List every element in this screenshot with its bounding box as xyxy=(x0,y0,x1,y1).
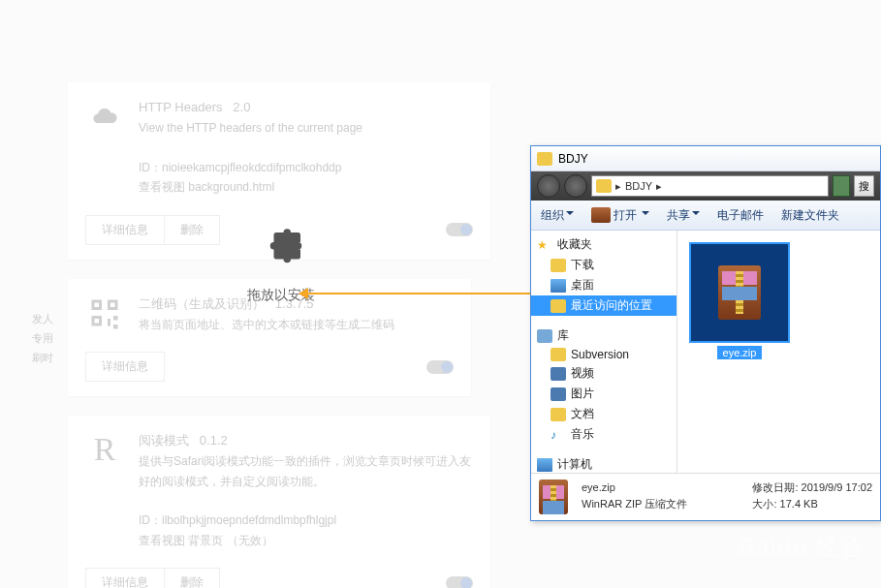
detail-button[interactable]: 详细信息 xyxy=(85,352,165,382)
tree-subversion[interactable]: Subversion xyxy=(531,346,676,363)
tree-pictures[interactable]: 图片 xyxy=(531,384,676,404)
monitor-icon xyxy=(551,279,566,293)
tree-videos[interactable]: 视频 xyxy=(531,363,676,384)
winrar-icon xyxy=(539,480,574,514)
status-filename: eye.zip xyxy=(582,480,744,496)
folder-icon xyxy=(551,259,566,272)
back-button[interactable] xyxy=(537,174,560,198)
archive-icon xyxy=(591,207,611,223)
tree-computer[interactable]: 计算机 xyxy=(531,454,676,473)
qrcode-icon xyxy=(85,294,124,332)
image-icon xyxy=(551,387,566,401)
video-icon xyxy=(551,367,566,381)
file-pane[interactable]: eye.zip xyxy=(677,231,880,473)
tree-recent[interactable]: 最近访问的位置 xyxy=(531,295,676,316)
nav-tree: ★收藏夹 下载 桌面 最近访问的位置 库 Subversion 视频 图片 文档… xyxy=(531,231,677,473)
refresh-dropdown[interactable] xyxy=(833,175,850,197)
cloud-icon xyxy=(85,97,124,136)
open-button[interactable]: 打开 xyxy=(591,207,649,224)
address-bar[interactable]: ▸BDJY▸ xyxy=(591,175,829,197)
explorer-window: BDJY ▸BDJY▸ 搜 组织 打开 共享 电子邮件 新建文件夹 ★收藏夹 下… xyxy=(530,145,881,521)
tree-favorites[interactable]: ★收藏夹 xyxy=(531,234,676,255)
winrar-icon xyxy=(718,265,761,320)
arrow-annotation xyxy=(300,293,551,294)
folder-icon xyxy=(537,152,552,166)
tree-desktop[interactable]: 桌面 xyxy=(531,275,676,295)
forward-button[interactable] xyxy=(564,174,587,198)
new-folder-button[interactable]: 新建文件夹 xyxy=(781,207,839,224)
card-reading-mode: R 阅读模式 0.1.2 提供与Safari阅读模式功能一致的插件，浏览文章页时… xyxy=(68,416,490,588)
folder-icon xyxy=(551,348,566,361)
share-menu[interactable]: 共享 xyxy=(667,207,700,224)
folder-icon xyxy=(596,179,612,193)
music-icon: ♪ xyxy=(551,428,566,442)
toolbar: 组织 打开 共享 电子邮件 新建文件夹 xyxy=(531,201,880,231)
tree-libraries[interactable]: 库 xyxy=(531,325,676,346)
file-name: eye.zip xyxy=(717,346,763,359)
mail-button[interactable]: 电子邮件 xyxy=(717,207,764,224)
toggle[interactable] xyxy=(446,576,473,588)
detail-button[interactable]: 详细信息 xyxy=(85,215,165,245)
detail-button[interactable]: 详细信息 xyxy=(85,568,165,588)
computer-icon xyxy=(537,458,552,472)
watermark: Baidu 经验 jingyan.baidu.com xyxy=(739,532,864,576)
navbar: ▸BDJY▸ 搜 xyxy=(531,171,880,201)
delete-button[interactable]: 删除 xyxy=(164,568,220,588)
sidebar-fragment: 发人专用刷时 xyxy=(0,310,61,367)
details-pane: eye.zip WinRAR ZIP 压缩文件 修改日期: 2019/9/9 1… xyxy=(531,473,880,520)
organize-menu[interactable]: 组织 xyxy=(541,207,574,224)
tree-downloads[interactable]: 下载 xyxy=(531,255,676,275)
folder-icon xyxy=(551,299,566,313)
status-filetype: WinRAR ZIP 压缩文件 xyxy=(582,496,744,512)
window-title: BDJY xyxy=(558,152,588,166)
drop-text: 拖放以安装 xyxy=(174,287,388,304)
star-icon: ★ xyxy=(537,238,552,252)
file-item[interactable]: eye.zip xyxy=(689,242,790,360)
toggle[interactable] xyxy=(446,223,473,236)
document-icon xyxy=(551,408,566,421)
letter-r-icon: R xyxy=(85,430,124,469)
search-box[interactable]: 搜 xyxy=(854,175,874,197)
toggle[interactable] xyxy=(426,360,454,374)
titlebar[interactable]: BDJY xyxy=(531,146,880,171)
file-thumbnail xyxy=(689,242,790,343)
tree-music[interactable]: ♪音乐 xyxy=(531,424,676,445)
puzzle-icon xyxy=(252,223,310,281)
library-icon xyxy=(537,329,552,343)
tree-documents[interactable]: 文档 xyxy=(531,404,676,424)
